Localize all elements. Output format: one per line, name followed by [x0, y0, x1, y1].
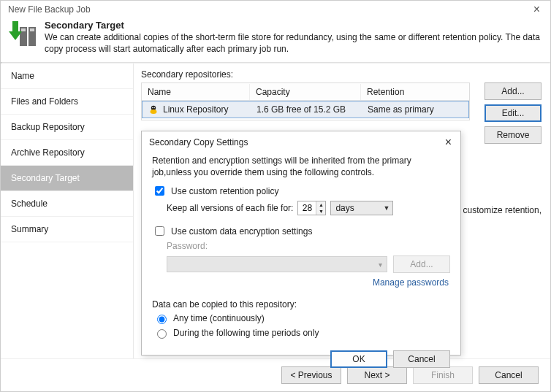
custom-encryption-checkbox[interactable]	[155, 226, 164, 236]
keep-value-input[interactable]	[298, 201, 316, 215]
column-capacity[interactable]: Capacity	[250, 84, 361, 100]
stepper-down-icon[interactable]: ▼	[316, 208, 325, 215]
password-label: Password:	[167, 241, 208, 251]
keep-versions-label: Keep all versions of each file for:	[167, 203, 293, 213]
dialog-description: Retention and encryption settings will b…	[152, 155, 450, 178]
cell-retention: Same as primary	[362, 103, 468, 116]
dialog-titlebar: Secondary Copy Settings ×	[142, 131, 460, 152]
chevron-down-icon: ▾	[379, 261, 382, 269]
svg-point-6	[152, 107, 153, 108]
wizard-header: Secondary Target We can create additiona…	[1, 17, 550, 62]
nav-item-backup-repository[interactable]: Backup Repository	[1, 115, 133, 140]
titlebar: New File Backup Job ×	[1, 1, 550, 17]
stepper-up-icon[interactable]: ▲	[316, 201, 325, 208]
cell-capacity: 1.6 GB free of 15.2 GB	[251, 103, 362, 116]
manage-passwords-link[interactable]: Manage passwords	[152, 277, 449, 288]
password-select: ▾	[167, 256, 387, 272]
nav-item-archive-repository[interactable]: Archive Repository	[1, 140, 133, 166]
custom-retention-label: Use custom retention policy	[171, 186, 278, 196]
nav-item-files-folders[interactable]: Files and Folders	[1, 89, 133, 115]
nav-item-secondary-target[interactable]: Secondary Target	[1, 166, 133, 191]
edit-button[interactable]: Edit...	[484, 104, 542, 122]
chevron-down-icon: ▼	[384, 204, 390, 212]
cell-name: Linux Repository	[163, 104, 228, 115]
dialog-footer: OK Cancel	[142, 345, 460, 377]
svg-rect-3	[30, 28, 34, 31]
cancel-button[interactable]: Cancel	[479, 366, 539, 384]
wizard-window: New File Backup Job × Secondary Target W…	[0, 0, 551, 392]
dialog-close-icon[interactable]: ×	[442, 136, 455, 149]
table-row[interactable]: Linux Repository 1.6 GB free of 15.2 GB …	[142, 101, 469, 118]
wizard-nav: Name Files and Folders Backup Repository…	[1, 64, 134, 358]
nav-item-name[interactable]: Name	[1, 64, 133, 89]
secondary-copy-settings-dialog: Secondary Copy Settings × Retention and …	[141, 131, 461, 356]
table-header: Name Capacity Retention	[142, 83, 469, 101]
svg-point-5	[151, 109, 157, 114]
customize-retention-text: customize retention,	[463, 205, 542, 215]
remove-button[interactable]: Remove	[484, 126, 542, 144]
linux-repo-icon	[148, 104, 159, 115]
wizard-header-text: Secondary Target We can create additiona…	[45, 20, 543, 55]
svg-point-7	[154, 107, 155, 108]
custom-retention-checkbox[interactable]	[155, 186, 164, 196]
column-retention[interactable]: Retention	[361, 84, 469, 100]
page-title: Secondary Target	[45, 20, 543, 31]
dialog-cancel-button[interactable]: Cancel	[393, 350, 450, 368]
repositories-label: Secondary repositories:	[141, 69, 542, 80]
add-password-button: Add...	[393, 255, 450, 273]
password-label-row: Password:	[167, 241, 450, 251]
radio-any-time[interactable]	[157, 315, 167, 324]
custom-retention-row[interactable]: Use custom retention policy	[152, 184, 450, 198]
copy-schedule-label: Data can be copied to this repository:	[152, 299, 450, 310]
repo-side-buttons: Add... Edit... Remove	[484, 82, 542, 144]
password-row: ▾ Add...	[167, 255, 450, 273]
repositories-table: Name Capacity Retention Linux Repository…	[141, 82, 470, 120]
add-button[interactable]: Add...	[484, 82, 542, 100]
radio-periods[interactable]	[157, 329, 167, 339]
svg-rect-2	[21, 28, 26, 31]
custom-encryption-row[interactable]: Use custom data encryption settings	[152, 224, 450, 238]
radio-periods-label: During the following time periods only	[173, 328, 319, 338]
secondary-target-icon	[8, 20, 37, 51]
dialog-title: Secondary Copy Settings	[149, 137, 248, 147]
column-name[interactable]: Name	[142, 84, 250, 100]
keep-unit-select[interactable]: days ▼	[330, 201, 393, 215]
window-title: New File Backup Job	[8, 4, 91, 15]
ok-button[interactable]: OK	[330, 350, 387, 368]
page-description: We can create additional copies of the s…	[45, 32, 543, 55]
dialog-body: Retention and encryption settings will b…	[142, 152, 460, 345]
nav-item-schedule[interactable]: Schedule	[1, 191, 133, 217]
radio-periods-row[interactable]: During the following time periods only	[153, 327, 450, 339]
custom-encryption-label: Use custom data encryption settings	[171, 226, 312, 237]
nav-item-summary[interactable]: Summary	[1, 217, 133, 242]
keep-value-stepper[interactable]: ▲ ▼	[297, 201, 326, 215]
radio-any-time-label: Any time (continuously)	[173, 313, 265, 323]
close-icon[interactable]: ×	[529, 4, 544, 15]
keep-unit-value: days	[335, 203, 354, 213]
keep-versions-row: Keep all versions of each file for: ▲ ▼ …	[167, 201, 450, 215]
radio-any-time-row[interactable]: Any time (continuously)	[153, 312, 450, 324]
